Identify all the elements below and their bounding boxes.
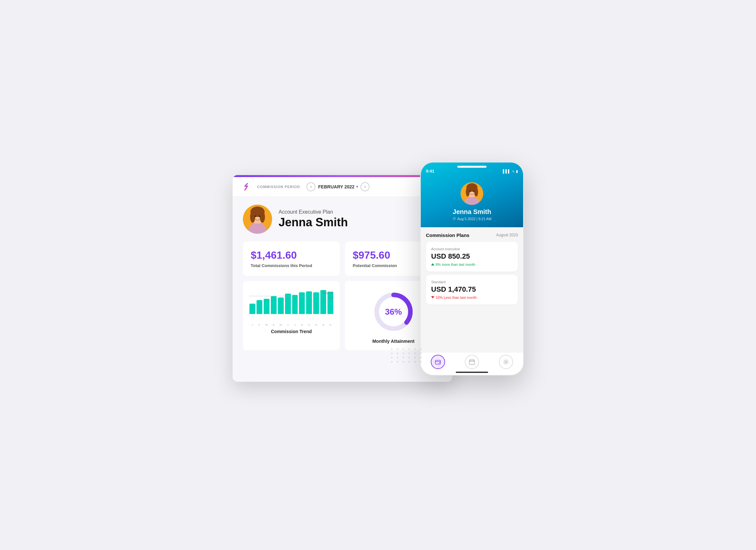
wallet-nav-button[interactable] — [431, 355, 445, 369]
dot — [397, 348, 398, 350]
dot — [414, 352, 416, 354]
dot — [420, 357, 422, 358]
dot — [408, 357, 410, 358]
svg-point-18 — [473, 190, 475, 192]
mobile-phone: 9:41 ▌▌▌ ∿ ▮ — [420, 162, 524, 375]
commission-period-label: COMMISSION PERIOD — [257, 185, 300, 189]
dot — [403, 348, 404, 350]
phone-user-name: Jenna Smith — [453, 208, 491, 216]
commission-card-standard: Standard USD 1,470.75 10% Less than last… — [426, 275, 518, 304]
card-change-1: 8% more than last month — [431, 263, 513, 267]
dot — [403, 361, 404, 362]
total-commissions-card: $1,461.60 Total Commissions this Period — [243, 242, 340, 276]
window-header: COMMISSION PERIOD ‹ FEBRUARY 2022 ▾ › — [233, 177, 452, 197]
potential-commission-value: $975.60 — [353, 249, 390, 261]
phone-section-title: Commission Plans — [426, 233, 469, 238]
status-icons: ▌▌▌ ∿ ▮ — [503, 169, 518, 174]
dot — [403, 352, 404, 354]
up-arrow-icon — [431, 263, 434, 266]
svg-point-4 — [250, 211, 255, 223]
dot — [414, 348, 416, 350]
period-nav: ‹ FEBRUARY 2022 ▾ › — [306, 182, 370, 191]
month-label-s: S — [306, 323, 312, 326]
plan-label: Account Executive Plan — [279, 209, 442, 215]
dot — [391, 348, 393, 350]
svg-point-8 — [259, 215, 261, 217]
month-label-j: J — [285, 323, 291, 326]
donut-container: 36% — [372, 291, 415, 333]
phone-section-header: Commission Plans August 2023 — [426, 233, 518, 238]
dot — [408, 352, 410, 354]
dot — [414, 357, 416, 358]
bar-d — [327, 292, 333, 314]
bar-j — [292, 295, 298, 314]
prev-period-button[interactable]: ‹ — [306, 182, 315, 191]
total-commissions-label: Total Commissions this Period — [251, 263, 312, 268]
month-label-d: D — [327, 323, 333, 326]
phone-timestamp: ⏱ Aug 5 2022 | 9:21 AM — [452, 217, 492, 221]
profile-section: Account Executive Plan Jenna Smith — [243, 205, 442, 234]
avatar — [243, 205, 272, 234]
user-name: Jenna Smith — [279, 216, 442, 229]
app-logo — [240, 181, 252, 193]
month-label-m: M — [278, 323, 284, 326]
scene: COMMISSION PERIOD ‹ FEBRUARY 2022 ▾ › — [232, 162, 524, 388]
bar-f — [257, 300, 262, 314]
bar-j — [249, 303, 255, 314]
month-label-m: M — [264, 323, 269, 326]
card-change-2: 10% Less than last month — [431, 295, 513, 299]
svg-rect-0 — [240, 181, 252, 193]
svg-point-17 — [469, 190, 471, 192]
svg-point-5 — [260, 211, 265, 223]
month-label-j: J — [292, 323, 298, 326]
dot — [391, 352, 393, 354]
month-label-a: A — [299, 323, 305, 326]
avg-line — [249, 296, 324, 296]
dot — [408, 348, 410, 350]
calendar-icon — [469, 359, 475, 365]
dot — [391, 361, 393, 362]
signal-icon: ▌▌▌ — [503, 169, 510, 173]
month-labels: JFMAMJJASOND — [249, 323, 333, 326]
bar-j — [285, 293, 291, 314]
card-amount-2: USD 1,470.75 — [431, 285, 513, 293]
svg-point-7 — [254, 215, 256, 217]
phone-body: Commission Plans August 2023 Account exe… — [421, 227, 523, 352]
card-amount-1: USD 850.25 — [431, 252, 513, 261]
svg-point-22 — [505, 361, 507, 363]
settings-nav-button[interactable] — [499, 355, 513, 369]
phone-section-date: August 2023 — [496, 233, 518, 237]
phone-avatar — [461, 182, 483, 205]
stats-grid: $1,461.60 Total Commissions this Period … — [243, 242, 442, 350]
dot — [414, 361, 416, 362]
battery-icon: ▮ — [516, 169, 518, 174]
dot — [397, 357, 398, 358]
month-label-f: F — [257, 323, 262, 326]
dot — [420, 361, 422, 362]
calendar-nav-button[interactable] — [465, 355, 479, 369]
commission-card-account-executive: Account executive USD 850.25 8% more tha… — [426, 242, 518, 272]
svg-point-20 — [439, 362, 440, 363]
month-label-n: N — [320, 323, 326, 326]
commission-trend-card: $216.74AvgJFMAMJJASOND Commission Trend — [243, 281, 340, 350]
bar-s — [306, 291, 312, 314]
phone-status-bar: 9:41 ▌▌▌ ∿ ▮ — [421, 163, 523, 176]
dot — [408, 361, 410, 362]
profile-info: Account Executive Plan Jenna Smith — [279, 209, 442, 229]
month-label-o: O — [313, 323, 319, 326]
down-arrow-icon — [431, 296, 434, 298]
period-value: FEBRUARY 2022 ▾ — [318, 184, 358, 189]
month-label-a: A — [271, 323, 277, 326]
chevron-down-icon: ▾ — [356, 185, 358, 189]
next-period-button[interactable]: › — [361, 182, 370, 191]
dot-grid-decoration — [391, 348, 423, 362]
card-type-1: Account executive — [431, 247, 513, 251]
dot — [391, 357, 393, 358]
wifi-icon: ∿ — [512, 169, 515, 174]
dot — [397, 361, 398, 362]
svg-point-15 — [474, 188, 478, 197]
commission-trend-title: Commission Trend — [249, 329, 333, 334]
settings-icon — [503, 359, 509, 365]
bar-m — [278, 297, 284, 314]
bars-wrapper — [249, 287, 333, 320]
